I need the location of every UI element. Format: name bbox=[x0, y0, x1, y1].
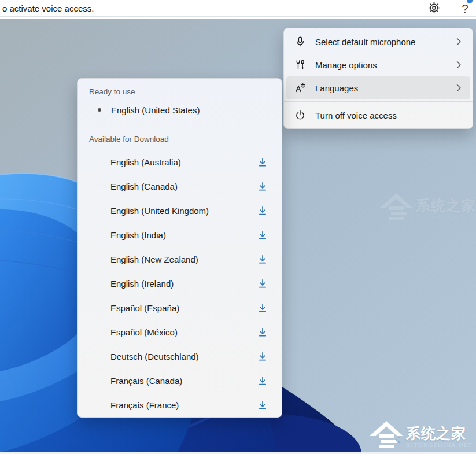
download-icon[interactable] bbox=[257, 351, 268, 362]
selected-bullet-icon bbox=[98, 108, 101, 112]
language-row-francais-canada[interactable]: Français (Canada) bbox=[78, 368, 282, 393]
screen-bottom-strip bbox=[0, 452, 476, 454]
download-icon[interactable] bbox=[257, 205, 268, 216]
chevron-right-icon bbox=[456, 61, 463, 69]
gear-icon bbox=[427, 1, 441, 16]
installed-language-label: English (United States) bbox=[111, 105, 200, 115]
installed-language-row[interactable]: English (United States) bbox=[78, 97, 282, 123]
language-row-espanol-espana[interactable]: Español (España) bbox=[78, 296, 282, 320]
language-row-english-ireland[interactable]: English (Ireland) bbox=[78, 271, 282, 296]
language-label: English (Ireland) bbox=[110, 279, 257, 289]
download-icon[interactable] bbox=[257, 302, 268, 313]
language-label: English (New Zealand) bbox=[110, 254, 257, 264]
menu-item-label: Languages bbox=[315, 83, 456, 93]
status-text: o activate voice access. bbox=[2, 3, 94, 13]
menu-item-turn-off-voice-access[interactable]: Turn off voice access bbox=[286, 104, 470, 127]
menu-item-label: Manage options bbox=[315, 60, 456, 70]
language-row-english-united-kingdom[interactable]: English (United Kingdom) bbox=[78, 198, 282, 223]
language-label: Français (Canada) bbox=[110, 376, 257, 386]
menu-separator bbox=[284, 101, 473, 102]
download-icon[interactable] bbox=[257, 400, 268, 411]
language-label: Español (México) bbox=[110, 327, 257, 337]
download-icon[interactable] bbox=[257, 278, 268, 289]
download-icon[interactable] bbox=[257, 230, 268, 241]
menu-item-languages[interactable]: Languages bbox=[286, 76, 470, 99]
voice-access-screen: { "titlebar": { "status_text": "o activa… bbox=[0, 0, 476, 454]
language-label: English (Canada) bbox=[110, 182, 257, 191]
language-row-english-canada[interactable]: English (Canada) bbox=[78, 174, 282, 198]
download-icon[interactable] bbox=[257, 327, 268, 338]
downloadable-language-list: English (Australia) English (Canada) Eng… bbox=[78, 150, 282, 417]
translate-icon bbox=[294, 82, 307, 94]
menu-item-label: Turn off voice access bbox=[315, 110, 463, 120]
download-icon[interactable] bbox=[257, 254, 268, 265]
language-label: English (India) bbox=[110, 230, 257, 240]
menu-item-manage-options[interactable]: Manage options bbox=[286, 53, 470, 76]
language-label: English (United Kingdom) bbox=[110, 206, 257, 216]
language-label: English (Australia) bbox=[110, 157, 257, 167]
language-row-english-australia[interactable]: English (Australia) bbox=[78, 150, 282, 174]
language-label: Español (España) bbox=[110, 303, 257, 313]
help-button[interactable]: ? bbox=[456, 1, 474, 17]
language-row-francais-france[interactable]: Français (France) bbox=[78, 393, 282, 417]
section-header-available-for-download: Available for Download bbox=[78, 126, 282, 145]
settings-button[interactable] bbox=[425, 1, 443, 17]
language-label: Deutsch (Deutschland) bbox=[110, 352, 257, 361]
voice-access-menu: Select default microphone Manage options bbox=[283, 28, 473, 129]
menu-item-select-default-microphone[interactable]: Select default microphone bbox=[286, 30, 470, 53]
languages-flyout: Ready to use English (United States) Ava… bbox=[77, 78, 282, 418]
language-row-deutsch-deutschland[interactable]: Deutsch (Deutschland) bbox=[78, 344, 282, 368]
question-mark-icon: ? bbox=[462, 2, 468, 16]
download-icon[interactable] bbox=[257, 157, 268, 168]
power-icon bbox=[294, 109, 307, 121]
chevron-right-icon bbox=[456, 38, 463, 46]
language-label: Français (France) bbox=[110, 400, 257, 410]
section-header-ready-to-use: Ready to use bbox=[78, 79, 282, 97]
menu-item-label: Select default microphone bbox=[315, 37, 456, 47]
tools-icon bbox=[294, 58, 307, 71]
language-row-english-new-zealand[interactable]: English (New Zealand) bbox=[78, 247, 282, 271]
voice-access-bar: o activate voice access. ? bbox=[0, 0, 476, 17]
language-row-espanol-mexico[interactable]: Español (México) bbox=[78, 320, 282, 344]
chevron-right-icon bbox=[456, 84, 463, 92]
microphone-icon bbox=[294, 35, 307, 48]
language-row-english-india[interactable]: English (India) bbox=[78, 223, 282, 247]
download-icon[interactable] bbox=[257, 181, 268, 192]
download-icon[interactable] bbox=[257, 375, 268, 386]
